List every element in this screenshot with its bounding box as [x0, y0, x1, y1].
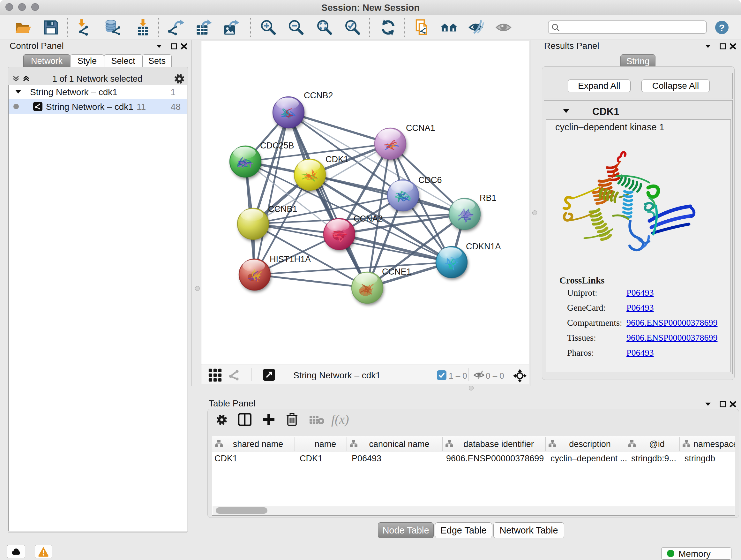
svg-text:CDC6: CDC6 [418, 175, 442, 185]
svg-text:CCNA1: CCNA1 [406, 123, 435, 133]
svg-text:CDC25B: CDC25B [260, 141, 294, 150]
svg-text:CCNA2: CCNA2 [354, 214, 383, 224]
svg-text:CDKN1A: CDKN1A [466, 242, 501, 251]
svg-text:CDK1: CDK1 [326, 154, 348, 164]
svg-text:CCNB2: CCNB2 [304, 91, 333, 100]
svg-text:CCNB1: CCNB1 [268, 204, 297, 214]
svg-text:CCNE1: CCNE1 [382, 267, 411, 276]
svg-text:RB1: RB1 [480, 193, 496, 203]
svg-text:HIST1H1A: HIST1H1A [270, 254, 311, 264]
